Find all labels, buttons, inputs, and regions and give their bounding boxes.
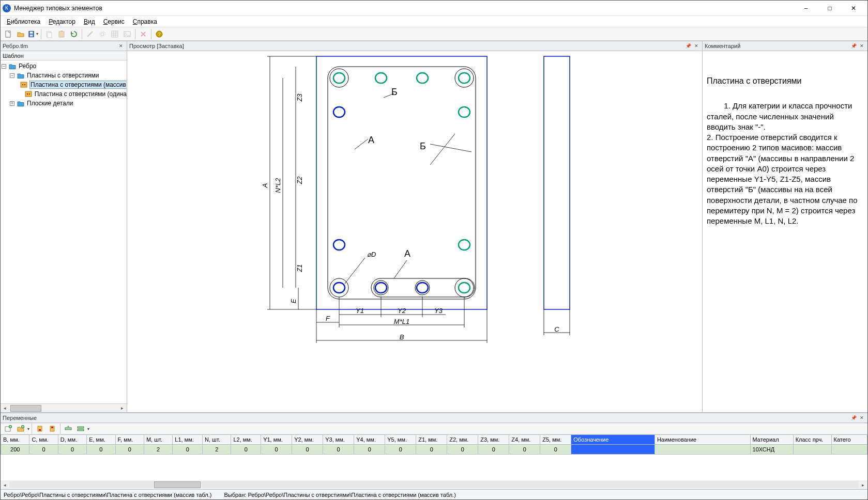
col-header[interactable]: Y5, мм. — [385, 435, 416, 445]
menu-help[interactable]: Справка — [130, 17, 160, 26]
col-header[interactable]: D, мм. — [58, 435, 86, 445]
cell[interactable]: 0 — [385, 445, 416, 455]
svg-point-37 — [459, 283, 470, 293]
tree-item-single[interactable]: Пластина с отверстиями (одина — [1, 89, 127, 99]
col-header[interactable]: Y2, мм. — [292, 435, 323, 445]
vt-duplicate-row[interactable] — [75, 423, 86, 434]
tb-help[interactable]: ? — [154, 28, 165, 40]
col-header[interactable]: Обозначение — [571, 435, 655, 445]
col-header[interactable]: Y4, мм. — [354, 435, 385, 445]
new-button[interactable] — [3, 28, 14, 40]
cell[interactable]: 0 — [509, 445, 540, 455]
tree-group-flat[interactable]: + Плоские детали — [1, 99, 127, 108]
cell[interactable]: 0 — [540, 445, 571, 455]
left-panel-header: Ребро.tlm ✕ — [1, 41, 127, 51]
main-toolbar: ▾ ? — [1, 27, 867, 41]
cell[interactable]: 0 — [87, 445, 115, 455]
left-file-tab[interactable]: Ребро.tlm — [3, 43, 28, 49]
cell[interactable]: 0 — [416, 445, 447, 455]
col-header[interactable]: Класс прч. — [793, 435, 831, 445]
vt-mark-a[interactable] — [34, 423, 45, 434]
preview-pin-button[interactable]: 📌 — [684, 42, 692, 50]
svg-text:А: А — [404, 248, 410, 259]
col-header[interactable]: F, мм. — [115, 435, 144, 445]
cell[interactable]: 0 — [354, 445, 385, 455]
close-button[interactable]: ✕ — [842, 1, 865, 16]
cell[interactable]: 0 — [292, 445, 323, 455]
col-header[interactable]: E, мм. — [87, 435, 115, 445]
vt-add-folder[interactable] — [15, 423, 26, 434]
variables-title: Переменные — [3, 415, 37, 421]
cell[interactable]: 0 — [447, 445, 478, 455]
tree-hscroll[interactable]: ◂ ▸ — [1, 403, 127, 412]
maximize-button[interactable]: □ — [818, 1, 842, 16]
cell[interactable]: 2 — [203, 445, 231, 455]
col-header[interactable]: C, мм. — [29, 435, 58, 445]
col-header[interactable]: Z2, мм. — [447, 435, 478, 445]
svg-rect-4 — [47, 32, 51, 37]
comment-text: 1. Для категрии и класса прочности стале… — [707, 101, 860, 225]
menu-library[interactable]: Библиотека — [4, 17, 43, 26]
col-header[interactable]: Z3, мм. — [478, 435, 509, 445]
preview-close-button[interactable]: ✕ — [693, 42, 700, 50]
tb-wand — [84, 28, 96, 40]
comment-close-button[interactable]: ✕ — [858, 42, 865, 50]
cell[interactable] — [793, 445, 831, 455]
menu-service[interactable]: Сервис — [100, 17, 128, 26]
col-header[interactable]: Z4, мм. — [509, 435, 540, 445]
col-header[interactable]: Y3, мм. — [323, 435, 354, 445]
vt-mark-b[interactable] — [47, 423, 58, 434]
svg-point-25 — [333, 73, 345, 83]
vt-add-row[interactable] — [63, 423, 74, 434]
cell[interactable]: 0 — [58, 445, 86, 455]
menu-editor[interactable]: Редактор — [45, 17, 79, 26]
col-header[interactable]: L2, мм. — [231, 435, 261, 445]
tree-item-array[interactable]: Пластина с отверстиями (массив — [1, 80, 127, 89]
col-header[interactable]: Наименование — [654, 435, 750, 445]
col-header[interactable]: N, шт. — [203, 435, 231, 445]
col-header[interactable]: Z1, мм. — [416, 435, 447, 445]
tb-refresh[interactable] — [68, 28, 80, 40]
col-header[interactable]: B, мм. — [1, 435, 29, 445]
cell[interactable]: 0 — [29, 445, 58, 455]
minimize-button[interactable]: – — [794, 1, 818, 16]
svg-rect-2 — [30, 32, 33, 34]
variables-pin-button[interactable]: 📌 — [850, 414, 857, 421]
save-dropdown-button[interactable]: ▾ — [27, 28, 39, 40]
cell[interactable]: 0 — [115, 445, 144, 455]
variables-grid[interactable]: B, мм.C, мм.D, мм.E, мм.F, мм.M, шт.L1, … — [1, 434, 867, 455]
cell[interactable]: 200 — [1, 445, 29, 455]
variables-hscroll[interactable]: ◂ ▸ — [1, 480, 867, 489]
vt-add[interactable] — [3, 423, 14, 434]
cell[interactable]: 0 — [231, 445, 261, 455]
col-header[interactable]: Z5, мм. — [540, 435, 571, 445]
cell[interactable]: 0 — [261, 445, 292, 455]
cell[interactable]: 10ХСНД — [750, 445, 793, 455]
col-header[interactable]: M, шт. — [144, 435, 172, 445]
col-header[interactable]: Катего — [831, 435, 867, 445]
cell[interactable] — [571, 445, 655, 455]
titlebar: К Менеджер типовых элементов – □ ✕ — [1, 1, 867, 16]
left-panel-close[interactable]: ✕ — [117, 42, 125, 50]
svg-point-35 — [417, 283, 428, 293]
cell[interactable]: 0 — [478, 445, 509, 455]
col-header[interactable]: L1, мм. — [173, 435, 203, 445]
svg-text:Z3: Z3 — [296, 93, 303, 102]
cell[interactable] — [831, 445, 867, 455]
cell[interactable]: 2 — [144, 445, 172, 455]
col-header[interactable]: Материал — [750, 435, 793, 445]
svg-rect-3 — [30, 34, 33, 36]
col-header[interactable]: Y1, мм. — [261, 435, 292, 445]
menu-view[interactable]: Вид — [81, 17, 98, 26]
cell[interactable]: 0 — [323, 445, 354, 455]
svg-text:Б: Б — [420, 141, 426, 151]
open-button[interactable] — [15, 28, 26, 40]
svg-text:Z1: Z1 — [296, 264, 303, 272]
variables-close-button[interactable]: ✕ — [858, 414, 865, 421]
cell[interactable] — [654, 445, 750, 455]
tree-root[interactable]: − Ребро — [1, 61, 127, 71]
tree-group-plates[interactable]: − Пластины с отверстиями — [1, 71, 127, 80]
comment-pin-button[interactable]: 📌 — [850, 42, 857, 50]
template-tree[interactable]: − Ребро − Пластины с отверстиями Пластин… — [1, 60, 127, 403]
cell[interactable]: 0 — [173, 445, 203, 455]
